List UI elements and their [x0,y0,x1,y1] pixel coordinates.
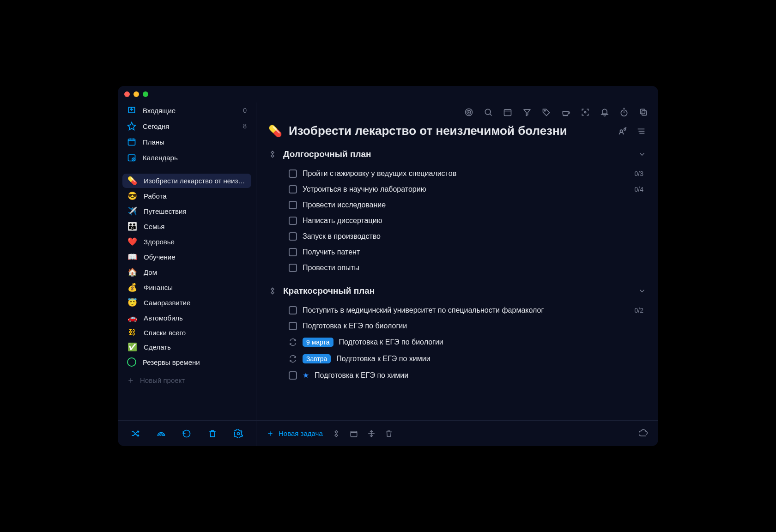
checkbox[interactable] [289,371,297,380]
task-row[interactable]: Поступить в медицинский университет по с… [289,303,646,317]
titlebar [118,86,658,103]
project-item[interactable]: ✅Сделать [122,340,251,354]
task-label: Подготовка к ЕГЭ по биологии [339,338,443,346]
task-row[interactable]: Получить патент [289,245,646,259]
stopwatch-button[interactable] [619,108,629,117]
task-row[interactable]: 9 мартаПодготовка к ЕГЭ по биологии [289,335,646,350]
new-project-button[interactable]: Новый проект [122,373,251,388]
bell-button[interactable] [600,108,609,117]
project-item[interactable]: 🚗Автомобиль [122,311,251,325]
checkbox[interactable] [289,185,297,193]
task-row[interactable]: Провести исследование [289,198,646,212]
calendar-button[interactable] [503,108,512,117]
page-title: Изобрести лекарство от неизлечимой болез… [289,124,611,138]
project-label: Семья [144,223,164,230]
copy-button[interactable] [639,108,648,117]
search-button[interactable] [484,108,493,117]
nav-label: Планы [143,138,164,146]
sync-button[interactable] [639,429,648,438]
rainbow-button[interactable] [157,429,166,438]
task-row[interactable]: Провести опыты [289,261,646,275]
checkbox[interactable] [289,322,297,330]
sidebar-footer [118,420,256,446]
section-title: Долгосрочный план [283,149,371,159]
inbox-icon [127,106,136,115]
maximize-window-button[interactable] [143,91,148,97]
sidebar-nav-plans[interactable]: Планы [122,134,251,150]
section-header[interactable]: Долгосрочный план [268,143,646,164]
task-progress: 0/4 [635,186,646,193]
settings-button[interactable] [234,429,243,438]
project-item[interactable]: ❤️Здоровье [122,235,251,249]
shuffle-button[interactable] [131,429,140,438]
task-list: Поступить в медицинский университет по с… [268,301,646,387]
main-footer: Новая задача [256,420,658,446]
task-row[interactable]: Пройти стажировку у ведущих специалистов… [289,167,646,181]
filter-button[interactable] [522,108,532,117]
focus-button[interactable] [581,108,590,117]
target-button[interactable] [464,108,473,117]
footer-section-button[interactable] [332,429,340,438]
svg-point-9 [544,110,546,111]
checkbox[interactable] [289,169,297,178]
task-row[interactable]: Запуск в производство [289,230,646,243]
checkbox[interactable] [289,264,297,272]
checkbox[interactable] [289,248,297,256]
coffee-button[interactable] [561,108,570,117]
task-row[interactable]: Устроиться в научную лабораторию0/4 [289,182,646,196]
project-item[interactable]: ⛓Списки всего [122,326,251,339]
chevron-down-icon [638,150,646,158]
history-button[interactable] [182,429,191,438]
section-icon [268,150,277,158]
project-item[interactable]: 🏠Дом [122,265,251,279]
project-label: Дом [144,268,157,276]
task-row[interactable]: Подготовка к ЕГЭ по биологии [289,319,646,333]
checkbox[interactable] [289,306,297,314]
main-panel: 💊 Изобрести лекарство от неизлечимой бол… [256,103,658,446]
nav-label: Календарь [143,154,178,162]
task-row[interactable]: ★Подготовка к ЕГЭ по химии [289,368,646,382]
project-emoji: 🚗 [127,313,137,323]
footer-move-button[interactable] [367,429,376,438]
checkbox[interactable] [289,217,297,225]
sidebar-nav-inbox[interactable]: Входящие 0 [122,103,251,118]
project-label: Саморазвитие [144,299,190,307]
task-label: Подготовка к ЕГЭ по химии [336,355,430,363]
project-label: Списки всего [144,329,186,337]
share-button[interactable] [618,126,628,136]
close-window-button[interactable] [124,91,130,97]
project-label: Сделать [144,343,171,351]
menu-button[interactable] [636,126,646,136]
task-label: Написать диссертацию [303,217,382,225]
project-item[interactable]: 👪Семья [122,219,251,234]
sidebar-nav-today[interactable]: Сегодня 8 [122,118,251,134]
section-header[interactable]: Краткосрочный план [268,279,646,301]
svg-point-7 [485,109,491,115]
project-item[interactable]: 📖Обучение [122,250,251,264]
sidebar: Входящие 0 Сегодня 8 Планы Календарь [118,103,256,446]
project-emoji: 💰 [127,283,137,292]
checkbox[interactable] [289,232,297,241]
trash-button[interactable] [208,429,217,438]
svg-point-10 [584,111,586,113]
sidebar-scroll: Входящие 0 Сегодня 8 Планы Календарь [118,103,256,420]
svg-rect-13 [640,109,645,114]
task-row[interactable]: Написать диссертацию [289,214,646,228]
project-item[interactable]: ✈️Путешествия [122,204,251,218]
project-item[interactable]: Резервы времени [122,355,251,369]
project-item[interactable]: 💰Финансы [122,280,251,295]
minimize-window-button[interactable] [133,91,139,97]
project-item[interactable]: 😇Саморазвитие [122,296,251,310]
project-item[interactable]: 💊Изобрести лекарство от неизлечимой боле… [122,174,251,188]
checkbox[interactable] [289,201,297,209]
ring-icon [127,357,136,367]
recurring-icon [289,355,297,363]
footer-calendar-button[interactable] [350,429,358,438]
top-toolbar [256,103,658,122]
task-row[interactable]: ЗавтраПодготовка к ЕГЭ по химии [289,351,646,366]
project-item[interactable]: 😎Работа [122,189,251,203]
footer-trash-button[interactable] [385,429,393,438]
tag-button[interactable] [542,108,551,117]
new-task-button[interactable]: Новая задача [267,429,323,437]
sidebar-nav-calendar[interactable]: Календарь [122,150,251,165]
